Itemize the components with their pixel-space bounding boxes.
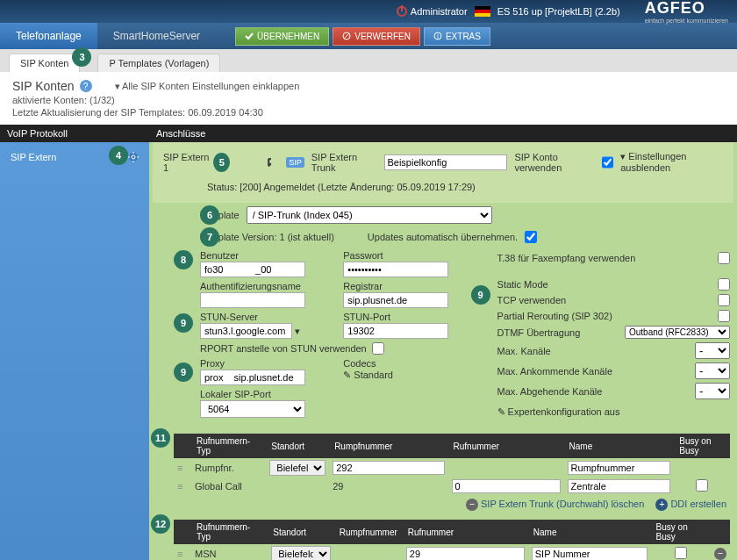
numbers-table-1: Rufnummern-Typ Standort Rumpfnummer Rufn… [174, 434, 730, 495]
remove-row-icon[interactable]: − [714, 548, 726, 560]
svg-line-1 [344, 33, 349, 39]
name-input[interactable] [532, 547, 648, 560]
use-account-checkbox[interactable] [602, 156, 613, 169]
codecs-value: Standard [354, 370, 393, 380]
static-label: Static Mode [497, 279, 548, 290]
name-input[interactable] [568, 461, 671, 475]
badge-8: 8 [174, 250, 193, 269]
stun-port-label: STUN-Port [343, 312, 479, 322]
badge-9a: 9 [174, 313, 193, 333]
local-port-select[interactable]: 5064 [200, 400, 305, 418]
partial-checkbox[interactable] [718, 310, 730, 322]
admin-label: Administrator [411, 6, 468, 17]
dropdown-icon[interactable]: ▾ [295, 326, 300, 336]
add-ddi-link[interactable]: + DDI erstellen [655, 499, 726, 509]
power-icon [397, 6, 407, 17]
template-select[interactable]: / SIP-Trunk (Index 045) [247, 206, 492, 224]
sip-badge: SIP [286, 157, 304, 168]
extras-button[interactable]: i EXTRAS [424, 27, 490, 46]
info-icon: i [433, 32, 442, 40]
tcp-checkbox[interactable] [718, 294, 730, 306]
drag-icon[interactable]: ≡ [177, 549, 182, 559]
badge-9c: 9 [471, 285, 490, 305]
minus-icon: − [466, 499, 478, 511]
active-accounts: aktivierte Konten: (1/32) [12, 95, 725, 105]
t38-checkbox[interactable] [718, 252, 730, 264]
badge-11: 11 [151, 428, 170, 448]
name-input[interactable] [568, 479, 671, 493]
trunk-type-label: SIP Extern Trunk [311, 152, 375, 173]
col-header-connections: Anschlüsse [149, 125, 737, 142]
table-row: ≡ Rumpfnr. Bielefeld [174, 458, 730, 477]
apply-button[interactable]: ÜBERNEHMEN [235, 27, 329, 46]
registrar-input[interactable] [343, 292, 448, 308]
user-label: Benutzer [200, 250, 336, 261]
trunk-name-input[interactable] [384, 154, 507, 170]
max-ch-select[interactable]: - [695, 342, 730, 359]
auth-input[interactable] [200, 292, 305, 308]
help-icon[interactable]: ? [80, 80, 92, 92]
tab-sip-konten[interactable]: SIP Konten 3 [9, 54, 80, 72]
loc-select[interactable]: Bielefeld [271, 546, 330, 560]
header-area: SIP Konten ? ▾ Alle SIP Konten Einstellu… [0, 72, 737, 125]
trunk-label: SIP Extern 1 [163, 152, 210, 173]
stun-port-input[interactable] [343, 323, 448, 339]
protocol-panel: SIP Extern 4 [0, 142, 149, 560]
connections-panel: SIP Extern 1 5 SIP SIP Extern Trunk SIP … [149, 142, 737, 560]
gear-icon[interactable] [128, 151, 139, 162]
max-in-select[interactable]: - [695, 363, 730, 379]
auto-update-checkbox[interactable] [525, 231, 537, 243]
handset-icon [267, 155, 279, 168]
page-title: SIP Konten [12, 79, 75, 93]
tab-templates[interactable]: P Templates (Vorlagen) [97, 54, 220, 72]
pass-input[interactable] [343, 262, 448, 277]
badge-3: 3 [72, 47, 91, 67]
dtmf-label: DTMF Übertragung [497, 327, 581, 338]
lang-flag[interactable] [475, 6, 490, 17]
partial-label: Partial Rerouting (SIP 302) [497, 311, 612, 321]
plus-icon: + [655, 499, 668, 511]
tcp-label: TCP verwenden [497, 295, 567, 305]
admin-indicator[interactable]: Administrator [397, 6, 468, 17]
nav-telefonanlage[interactable]: Telefonanlage [0, 23, 97, 49]
drag-icon[interactable]: ≡ [177, 481, 182, 492]
expert-link[interactable]: Expertenkonfiguration aus [508, 406, 620, 417]
table-row: ≡ Global Call 29 [174, 477, 730, 495]
circle-slash-icon [342, 32, 351, 40]
hide-settings-link[interactable]: ▾ Einstellungen ausblenden [620, 151, 723, 173]
static-checkbox[interactable] [718, 278, 730, 291]
badge-7: 7 [200, 227, 219, 247]
ruf-input[interactable] [452, 479, 561, 493]
stun-input[interactable] [200, 323, 292, 339]
rport-checkbox[interactable] [372, 342, 384, 355]
pencil-icon[interactable]: ✎ [497, 406, 505, 417]
nav-smarthome[interactable]: SmartHomeServer [97, 23, 216, 49]
last-update: Letzte Aktualisierung der SIP Templates:… [12, 107, 725, 118]
svg-text:i: i [437, 33, 439, 39]
proxy-input[interactable] [200, 370, 305, 385]
codecs-label: Codecs [343, 358, 479, 369]
tabs-bar: SIP Konten 3 P Templates (Vorlagen) [0, 49, 737, 72]
registrar-label: Registrar [343, 281, 479, 291]
sidebar-item-sip-extern[interactable]: SIP Extern 4 [5, 147, 144, 166]
loc-select[interactable]: Bielefeld [269, 460, 326, 476]
collapse-all-link[interactable]: ▾ Alle SIP Konten Einstellungen einklapp… [115, 81, 300, 92]
badge-5: 5 [213, 153, 230, 172]
pencil-icon[interactable]: ✎ [343, 370, 351, 380]
discard-button[interactable]: VERWERFEN [333, 27, 420, 46]
max-ch-label: Max. Kanäle [497, 346, 551, 356]
busy-checkbox[interactable] [696, 479, 708, 492]
trunk-header: SIP Extern 1 5 SIP SIP Extern Trunk SIP … [156, 146, 730, 178]
ruf-input[interactable] [406, 547, 525, 560]
badge-6: 6 [200, 205, 219, 225]
rump-input[interactable] [333, 461, 444, 475]
delete-trunk-link[interactable]: − SIP Extern Trunk (Durchwahl) löschen [466, 499, 644, 509]
dtmf-select[interactable]: Outband (RFC2833) [625, 326, 730, 339]
user-input[interactable] [200, 262, 305, 277]
drag-icon[interactable]: ≡ [177, 463, 182, 473]
max-out-select[interactable]: - [695, 383, 730, 399]
rport-label: RPORT anstelle von STUN verwenden [200, 343, 367, 354]
flag-de-icon [475, 6, 490, 17]
busy-checkbox[interactable] [675, 547, 687, 559]
use-account-label: SIP Konto verwenden [514, 152, 595, 173]
